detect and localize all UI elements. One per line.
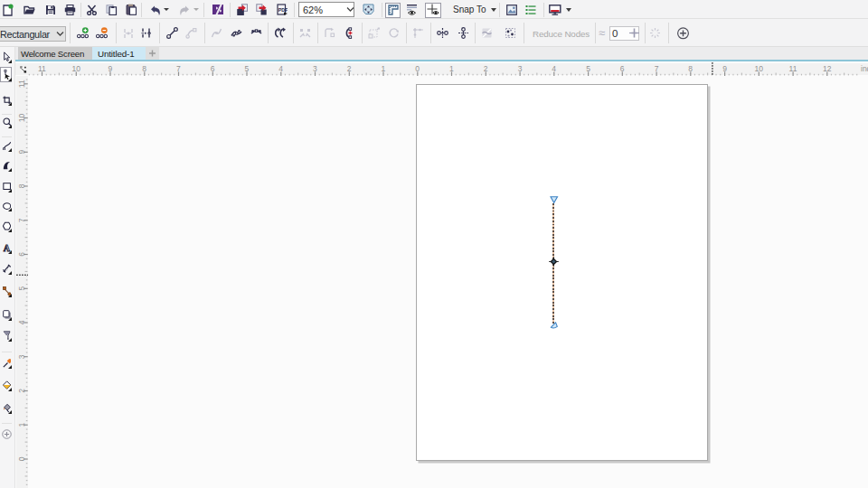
svg-text:3: 3 (313, 63, 317, 72)
svg-text:6: 6 (211, 63, 215, 72)
svg-text:4: 4 (278, 63, 283, 72)
svg-text:10: 10 (754, 63, 763, 72)
svg-text:10: 10 (71, 63, 80, 72)
svg-text:1: 1 (382, 63, 386, 72)
svg-text:2: 2 (484, 63, 488, 72)
svg-text:inches: inches (861, 63, 868, 72)
svg-text:5: 5 (245, 63, 250, 72)
svg-text:0: 0 (415, 63, 420, 72)
svg-text:11: 11 (789, 63, 797, 72)
svg-text:8: 8 (688, 63, 693, 72)
svg-text:7: 7 (176, 63, 181, 72)
svg-text:4: 4 (552, 63, 556, 72)
svg-text:5: 5 (586, 63, 590, 72)
svg-text:3: 3 (518, 63, 523, 72)
svg-text:1: 1 (449, 63, 454, 72)
svg-text:8: 8 (142, 63, 146, 72)
svg-text:12: 12 (823, 63, 832, 72)
svg-text:7: 7 (655, 63, 659, 72)
svg-text:6: 6 (620, 63, 625, 72)
svg-text:PDF: PDF (278, 7, 288, 13)
svg-text:9: 9 (108, 63, 113, 72)
svg-text:9: 9 (722, 63, 727, 72)
svg-text:2: 2 (347, 63, 352, 72)
svg-text:11: 11 (38, 63, 46, 72)
